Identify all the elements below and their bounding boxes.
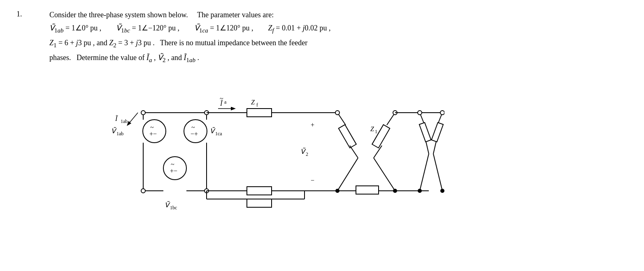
v1bc-sub: 1bc	[170, 205, 177, 211]
zf-sub: f	[256, 102, 258, 108]
text-line4: phases. Determine the value of Ĩa , Ṽ2 ,…	[49, 53, 199, 62]
z2-node-tl	[418, 111, 422, 115]
problem-text: Consider the three-phase system shown be…	[49, 8, 444, 65]
minus-label: −	[311, 177, 314, 184]
v1bc-symbol: ~	[171, 161, 174, 168]
svg-line-36	[433, 154, 442, 191]
v1ab-label: Ṽ	[111, 127, 117, 134]
node-a	[141, 111, 145, 115]
zf-label: Z	[251, 99, 255, 106]
circuit-diagram: .circuit-text { font-family: "Times New …	[74, 78, 444, 209]
zf-bottom-box	[247, 187, 272, 195]
svg-line-25	[337, 158, 358, 191]
v1bc-symbol2: +−	[170, 167, 177, 174]
problem-number: 1.	[16, 8, 41, 19]
z2-node-tr	[440, 111, 444, 115]
svg-line-7	[128, 113, 138, 125]
v1ab-sub: 1ab	[116, 131, 123, 137]
v1ca-label: Ṽ	[210, 127, 216, 134]
z1-sub: 1	[375, 129, 377, 134]
v1ab-symbol: ~	[150, 124, 154, 131]
text-line3: Z1 = 6 + j3 pu , and Z2 = 3 + j3 pu . Th…	[49, 39, 307, 47]
z1-right-box	[372, 125, 390, 148]
z2-node-br	[440, 189, 444, 193]
v1bc-label: Ṽ	[165, 201, 170, 208]
i1ab-label: Ĩ	[115, 115, 118, 122]
text-line2: Ṽ1ab = 1∠0° pu , Ṽ1bc = 1∠−120° pu , Ṽ1c…	[49, 24, 331, 32]
v2-sub: 2	[306, 151, 308, 157]
zf-bottom-box2	[247, 199, 272, 207]
node-c-left	[141, 189, 145, 193]
v1ca-sub: 1ca	[215, 131, 222, 137]
z1-bottom-box	[356, 186, 379, 194]
svg-line-30	[426, 141, 429, 154]
text-line1: Consider the three-phase system shown be…	[49, 11, 274, 19]
v1ca-symbol2: −+	[191, 130, 198, 137]
svg-line-32	[433, 141, 436, 154]
problem-container: 1. Consider the three-phase system shown…	[16, 8, 628, 209]
v2-label: Ṽ	[300, 148, 306, 155]
svg-line-35	[420, 154, 429, 191]
problem-content: Consider the three-phase system shown be…	[49, 8, 444, 209]
zf-box	[247, 109, 272, 117]
z1-node-tl	[335, 111, 339, 115]
v1ab-symbol2: +−	[149, 130, 157, 137]
ia-tilde: ~	[220, 95, 223, 102]
circuit-svg: .circuit-text { font-family: "Times New …	[74, 78, 444, 218]
ia-sub: a	[224, 99, 227, 105]
z1-label: Z	[370, 125, 374, 132]
i1ab-sub: 1ab	[121, 118, 128, 124]
svg-line-20	[350, 146, 358, 158]
z2-node-bl	[418, 189, 422, 193]
z2-right-box	[432, 123, 444, 142]
plus-label: +	[311, 121, 314, 128]
v1ca-symbol: ~	[191, 124, 195, 131]
z2-left-box	[419, 123, 431, 142]
z1-left-box	[339, 125, 356, 148]
